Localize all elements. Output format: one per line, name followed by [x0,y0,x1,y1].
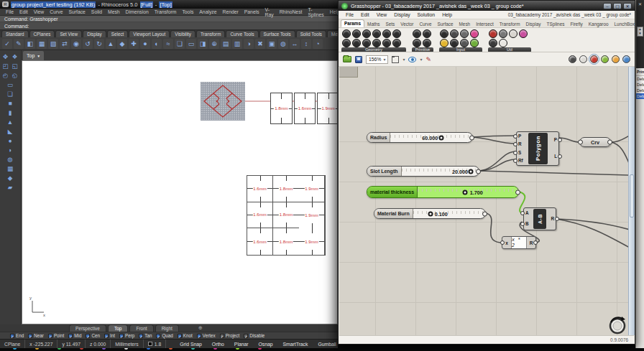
layer-row[interactable]: Default [636,93,644,99]
toolbar-icon[interactable]: ↔ [290,39,300,49]
sidebar-tool-icon[interactable]: ◣ [1,127,19,136]
osnap-toggle[interactable]: ✓ Point [48,333,64,338]
osnap-toggle[interactable]: ✓ Near [28,333,44,338]
component-icon[interactable] [352,39,361,47]
palette-group-label[interactable]: Primitive [412,47,433,52]
sidebar-tool-icon[interactable]: ▭ [1,80,19,89]
menu-item[interactable]: Edit [17,9,31,14]
add-viewport-icon[interactable]: ⊕ [198,325,203,331]
category-tab[interactable]: TSplines [544,21,568,27]
sketch-pen-icon[interactable]: ✎ [426,56,431,63]
kerf-grid-cell[interactable]: 1.9mm [299,228,325,255]
polygon-component[interactable]: PRSRf Polygon PL [516,131,559,166]
toolbar-icon[interactable]: ❏ [175,39,185,49]
kerf-test-row[interactable]: 1.8mm1.6mm1.9mm [270,93,338,124]
sidebar-tool-icon[interactable]: ◴ [1,71,10,80]
menu-item[interactable]: File [342,12,357,17]
toolbar-icon[interactable]: ▦ [37,39,47,49]
toolbar-tab[interactable]: Surface Tools [259,30,295,37]
component-icon[interactable] [519,29,528,38]
status-toggle[interactable]: Grid Snap [175,342,207,347]
component-icon[interactable] [440,29,448,38]
menu-item[interactable]: File [3,9,17,14]
component-icon[interactable] [413,29,421,38]
curve-param-capsule[interactable]: Crv [579,137,611,147]
menu-item[interactable]: Help [438,12,456,17]
palette-group-label[interactable]: Input [439,47,482,52]
palette-group-label[interactable]: Util [488,47,531,52]
component-icon[interactable] [440,39,448,47]
component-icon[interactable] [423,39,431,47]
osnap-toggle[interactable]: ✓ Disable [244,333,264,338]
kerf-grid-cell[interactable]: 1.6mm [247,176,273,202]
layers-column-header[interactable]: Print W [636,68,644,76]
toolbar-icon[interactable]: ▭ [186,39,196,49]
status-segment[interactable]: z 0.000 [86,340,111,348]
menu-item[interactable]: Edit [357,12,373,17]
toolbar-icon[interactable]: ✖ [255,39,265,49]
grasshopper-titlebar[interactable]: Grasshopper - 03_fabacademy 2017 _avishe… [339,1,635,11]
toolbar-icon[interactable]: ● [140,39,150,49]
slider-knob[interactable] [469,169,474,174]
component-icon[interactable] [489,29,497,38]
osnap-toggle[interactable]: ✓ Perp [119,333,134,338]
component-icon[interactable] [470,39,479,47]
window-button[interactable]: – [603,3,612,9]
zoom-level-select[interactable]: 156% ▾ [366,55,388,64]
preview-mode-sphere-icon[interactable] [612,55,620,63]
slider-knob[interactable] [428,211,433,216]
checkbox-icon[interactable]: ✓ [197,334,201,338]
zoom-extents-icon[interactable] [392,56,399,63]
toolbar-tab[interactable]: Curve Tools [226,30,258,37]
sidebar-tool-icon[interactable]: ▰ [1,183,19,192]
toolbar-icon[interactable]: ◨ [198,39,208,49]
component-icon[interactable] [423,29,431,38]
sidebar-tool-icon[interactable]: ▦ [1,164,19,173]
menu-item[interactable]: V-Ray [262,7,277,17]
number-slider-slot-length[interactable]: Slot Length 20.000 [367,166,479,177]
category-tab[interactable]: Surface [435,21,456,27]
category-tab[interactable]: Sets [383,21,398,27]
sidebar-tool-icon[interactable]: ❖ [10,52,19,61]
menu-item[interactable]: View [31,9,47,14]
grasshopper-canvas[interactable]: Radius 60.000 Slot Length 20.000 materia… [339,67,628,335]
toolbar-icon[interactable]: ↻ [94,39,104,49]
osnap-toggle[interactable]: ✓ Mid [68,333,81,338]
category-tab[interactable]: Curve [416,21,434,27]
sidebar-tool-icon[interactable]: ● [1,136,19,145]
component-core[interactable]: Polygon [528,133,548,164]
kerf-grid-cell[interactable]: 1.6mm [247,228,273,255]
spinner-control[interactable]: ▲▼ [637,27,643,37]
category-tab[interactable]: Display [523,21,544,27]
toolbar-icon[interactable]: ▲ [106,39,116,49]
component-icon[interactable] [392,39,401,47]
sidebar-tool-icon[interactable]: ▲ [1,118,19,126]
toolbar-icon[interactable]: ◑ [244,39,254,49]
checkbox-icon[interactable]: ✓ [48,334,52,338]
toolbar-icon[interactable]: ↺ [83,39,93,49]
category-tab[interactable]: Kangaroo [586,21,612,27]
component-icon[interactable] [499,39,507,47]
input-port[interactable]: Rf [517,159,528,163]
kerf-grid-cell[interactable]: 1.9mm [299,176,325,202]
sidebar-tool-icon[interactable]: ❏ [1,90,19,98]
chevron-down-icon[interactable]: ▼ [37,52,40,60]
category-tab[interactable]: Firefly [567,21,585,27]
toolbar-tab[interactable]: Mesh Tools [327,30,338,37]
toolbar-tab[interactable]: Visibility [170,30,196,37]
toolbar-tab[interactable]: Display [83,30,106,37]
component-icon[interactable] [499,29,507,38]
expression-body[interactable]: x * 2 [511,237,527,248]
viewport-tab[interactable]: Perspective [69,324,106,332]
status-toggle[interactable]: SmartTrack [278,342,313,347]
toolbar-tab[interactable]: Standard [1,30,29,37]
checkbox-icon[interactable]: ✓ [68,334,73,338]
component-core[interactable]: A-B [533,209,546,229]
checkbox-icon[interactable]: ✓ [104,334,109,338]
status-toggle[interactable]: Ortho [207,342,229,347]
checkbox-icon[interactable]: ✓ [156,334,160,338]
open-file-icon[interactable] [343,56,351,62]
status-toggle[interactable]: Gumball [313,342,338,347]
kerf-cell[interactable]: 1.8mm [270,93,293,124]
menu-item[interactable]: Display [390,12,413,17]
